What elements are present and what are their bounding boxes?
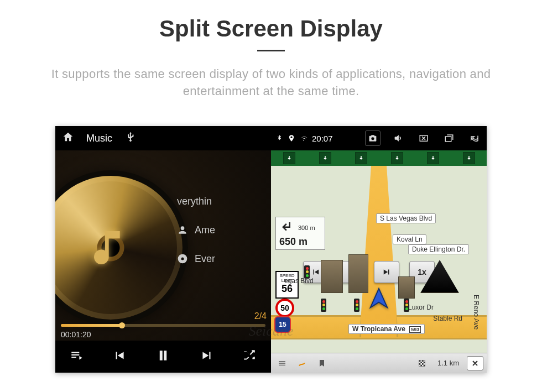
track-index: 2/4 bbox=[254, 311, 267, 321]
traffic-light-icon bbox=[321, 299, 326, 312]
nav-destination-icon bbox=[414, 359, 430, 368]
person-icon bbox=[177, 224, 188, 236]
screenshot-button[interactable] bbox=[365, 130, 381, 146]
turn-instruction: 300 m 650 m bbox=[275, 217, 325, 250]
street-label: Duke Ellington Dr. bbox=[408, 244, 469, 254]
home-icon[interactable] bbox=[62, 131, 74, 145]
pause-button[interactable] bbox=[155, 347, 171, 366]
playlist-button[interactable] bbox=[70, 348, 84, 365]
progress-fill bbox=[61, 324, 122, 327]
artist-name: Ame bbox=[195, 224, 215, 236]
volume-button[interactable] bbox=[390, 130, 406, 146]
street-label: Stable Rd bbox=[430, 314, 466, 323]
lane-arrow bbox=[283, 152, 295, 164]
music-app-title: Music bbox=[86, 133, 112, 144]
wifi-icon bbox=[300, 134, 308, 142]
interstate-shield: 15 bbox=[274, 316, 291, 333]
street-label: S Las Vegas Blvd bbox=[376, 213, 436, 223]
music-note-icon bbox=[88, 226, 133, 270]
street-label: Luxor Dr bbox=[405, 303, 437, 312]
close-app-button[interactable] bbox=[416, 130, 431, 146]
album-name: Ever bbox=[195, 253, 215, 265]
track-title-row: verythin bbox=[177, 187, 271, 216]
remaining-distance: 1.1 km bbox=[434, 359, 462, 367]
nav-next-button[interactable] bbox=[374, 261, 399, 283]
page-title: Split Screen Display bbox=[0, 15, 542, 42]
turn-left-icon bbox=[279, 219, 296, 236]
title-underline bbox=[257, 50, 285, 51]
page-subtitle: It supports the same screen display of t… bbox=[0, 57, 542, 117]
navigation-pane: 20:07 bbox=[271, 126, 487, 373]
usb-icon[interactable] bbox=[124, 131, 137, 145]
turn-distance-small: 300 m bbox=[298, 224, 315, 231]
vehicle-cursor bbox=[366, 286, 392, 312]
nav-route-button[interactable] bbox=[294, 359, 310, 368]
street-label-tropicana: W Tropicana Ave 593 bbox=[348, 324, 425, 334]
back-button[interactable] bbox=[467, 130, 482, 146]
system-status-bar: 20:07 bbox=[271, 126, 487, 150]
lane-arrow bbox=[427, 152, 439, 164]
track-title: verythin bbox=[177, 196, 212, 207]
lane-arrow bbox=[355, 152, 367, 164]
nav-close-button[interactable] bbox=[467, 356, 483, 370]
music-topbar: Music bbox=[55, 126, 271, 150]
next-track-button[interactable] bbox=[200, 348, 214, 365]
lane-arrow bbox=[391, 152, 403, 164]
location-icon bbox=[288, 134, 295, 142]
nav-bookmark-button[interactable] bbox=[314, 359, 330, 368]
nav-menu-button[interactable] bbox=[274, 359, 290, 368]
album-disc bbox=[55, 170, 188, 325]
progress-area: 00:01:20 bbox=[55, 324, 271, 339]
building bbox=[398, 276, 415, 299]
lane-arrow bbox=[463, 152, 475, 164]
prev-track-button[interactable] bbox=[112, 348, 127, 365]
street-label: egas Blvd bbox=[281, 276, 317, 285]
clock: 20:07 bbox=[312, 134, 333, 143]
disc-icon bbox=[177, 253, 188, 264]
lane-arrow bbox=[319, 152, 331, 164]
track-metadata: verythin Ame Ever bbox=[177, 187, 271, 273]
progress-bar[interactable] bbox=[61, 324, 265, 327]
street-label: E Reno Ave bbox=[469, 294, 483, 330]
building bbox=[321, 260, 343, 293]
artist-row: Ame bbox=[177, 216, 271, 244]
elapsed-time: 00:01:20 bbox=[61, 330, 91, 339]
traffic-light-icon bbox=[354, 299, 359, 312]
nav-bottom-bar: 1.1 km bbox=[271, 353, 487, 373]
recent-apps-button[interactable] bbox=[441, 130, 457, 146]
split-screen-device: Music verythin Ame Ever 2/4 bbox=[55, 126, 487, 373]
music-controls bbox=[55, 341, 271, 373]
shuffle-button[interactable] bbox=[242, 348, 257, 365]
map-canvas[interactable]: 300 m 650 m SPEED LIMIT 56 50 15 1x bbox=[271, 166, 487, 373]
building bbox=[348, 254, 368, 293]
turn-distance: 650 m bbox=[279, 236, 321, 248]
street-label: Koval Ln bbox=[393, 234, 426, 244]
album-row: Ever bbox=[177, 244, 271, 273]
bluetooth-icon bbox=[275, 134, 283, 142]
music-pane: Music verythin Ame Ever 2/4 bbox=[55, 126, 271, 373]
lane-guidance-strip bbox=[271, 150, 487, 166]
speed-limit-round: 50 bbox=[275, 299, 294, 317]
